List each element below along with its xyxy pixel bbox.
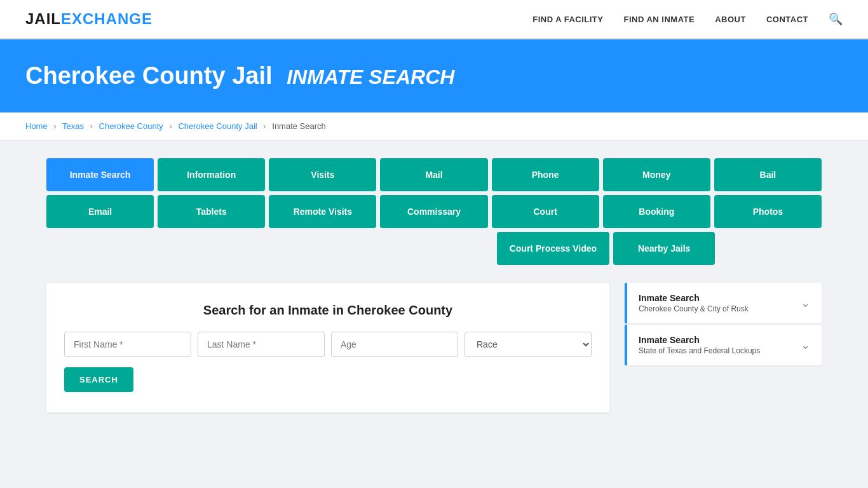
search-card-title: Search for an Inmate in Cherokee County bbox=[64, 303, 592, 318]
sidebar-item-county[interactable]: Inmate Search Cherokee County & City of … bbox=[625, 283, 822, 323]
chevron-down-icon-2: ⌄ bbox=[801, 338, 810, 352]
tab-email[interactable]: Email bbox=[46, 195, 154, 228]
tab-row-3: Court Process Video Nearby Jails bbox=[46, 232, 822, 265]
tab-commissary[interactable]: Commissary bbox=[380, 195, 487, 228]
hero-title-main: Cherokee County Jail bbox=[25, 62, 273, 89]
sidebar-item-state-text: Inmate Search State of Texas and Federal… bbox=[639, 335, 760, 355]
sidebar-item-county-sub: Cherokee County & City of Rusk bbox=[639, 304, 749, 313]
nav-contact[interactable]: CONTACT bbox=[766, 15, 808, 24]
nav-about[interactable]: ABOUT bbox=[715, 15, 746, 24]
search-fields: Race White Black Hispanic Asian Other bbox=[64, 332, 592, 357]
sidebar-item-county-text: Inmate Search Cherokee County & City of … bbox=[639, 293, 749, 313]
tab-tablets[interactable]: Tablets bbox=[158, 195, 265, 228]
tab-visits[interactable]: Visits bbox=[269, 158, 376, 191]
breadcrumb-texas[interactable]: Texas bbox=[62, 121, 84, 131]
tab-phone[interactable]: Phone bbox=[492, 158, 599, 191]
sidebar-item-state-sub: State of Texas and Federal Lockups bbox=[639, 346, 760, 355]
content-layout: Search for an Inmate in Cherokee County … bbox=[46, 283, 822, 412]
page-title: Cherokee County Jail INMATE SEARCH bbox=[25, 62, 843, 90]
tab-row-1: Inmate Search Information Visits Mail Ph… bbox=[46, 158, 822, 191]
logo-jail: JAIL bbox=[25, 10, 61, 27]
tab-information[interactable]: Information bbox=[158, 158, 265, 191]
breadcrumb-sep-4: › bbox=[263, 121, 266, 131]
hero-banner: Cherokee County Jail INMATE SEARCH bbox=[0, 39, 868, 112]
breadcrumb-jail[interactable]: Cherokee County Jail bbox=[178, 121, 257, 131]
logo[interactable]: JAILEXCHANGE bbox=[25, 10, 153, 28]
breadcrumb-sep-1: › bbox=[53, 121, 56, 131]
tab-court[interactable]: Court bbox=[492, 195, 599, 228]
nav-find-inmate[interactable]: FIND AN INMATE bbox=[623, 15, 695, 24]
race-select[interactable]: Race White Black Hispanic Asian Other bbox=[465, 332, 592, 357]
header: JAILEXCHANGE FIND A FACILITY FIND AN INM… bbox=[0, 0, 868, 39]
tab-money[interactable]: Money bbox=[603, 158, 710, 191]
sidebar-item-state[interactable]: Inmate Search State of Texas and Federal… bbox=[625, 325, 822, 365]
sidebar: Inmate Search Cherokee County & City of … bbox=[625, 283, 822, 367]
sidebar-item-state-title: Inmate Search bbox=[639, 335, 760, 345]
last-name-input[interactable] bbox=[198, 332, 325, 357]
breadcrumb-sep-3: › bbox=[169, 121, 172, 131]
tab-photos[interactable]: Photos bbox=[714, 195, 822, 228]
search-card: Search for an Inmate in Cherokee County … bbox=[46, 283, 609, 412]
search-button[interactable]: SEARCH bbox=[64, 367, 133, 392]
main-content: Inmate Search Information Visits Mail Ph… bbox=[21, 140, 847, 430]
tab-inmate-search[interactable]: Inmate Search bbox=[46, 158, 154, 191]
tab-booking[interactable]: Booking bbox=[603, 195, 710, 228]
sidebar-item-county-title: Inmate Search bbox=[639, 293, 749, 303]
breadcrumb-home[interactable]: Home bbox=[25, 121, 48, 131]
breadcrumb-cherokee-county[interactable]: Cherokee County bbox=[99, 121, 163, 131]
logo-exchange: EXCHANGE bbox=[61, 10, 153, 27]
tab-mail[interactable]: Mail bbox=[380, 158, 487, 191]
nav-find-facility[interactable]: FIND A FACILITY bbox=[532, 15, 603, 24]
age-input[interactable] bbox=[331, 332, 458, 357]
first-name-input[interactable] bbox=[64, 332, 191, 357]
breadcrumb-sep-2: › bbox=[90, 121, 93, 131]
main-nav: FIND A FACILITY FIND AN INMATE ABOUT CON… bbox=[532, 12, 843, 26]
tab-bail[interactable]: Bail bbox=[714, 158, 822, 191]
chevron-down-icon: ⌄ bbox=[801, 296, 810, 310]
tab-nearby-jails[interactable]: Nearby Jails bbox=[613, 232, 715, 265]
hero-title-tag: INMATE SEARCH bbox=[287, 65, 454, 88]
tab-remote-visits[interactable]: Remote Visits bbox=[269, 195, 376, 228]
search-icon[interactable]: 🔍 bbox=[829, 12, 843, 26]
breadcrumb-current: Inmate Search bbox=[272, 121, 326, 131]
tab-row-2: Email Tablets Remote Visits Commissary C… bbox=[46, 195, 822, 228]
breadcrumb: Home › Texas › Cherokee County › Cheroke… bbox=[0, 112, 868, 140]
tab-court-process-video[interactable]: Court Process Video bbox=[497, 232, 609, 265]
